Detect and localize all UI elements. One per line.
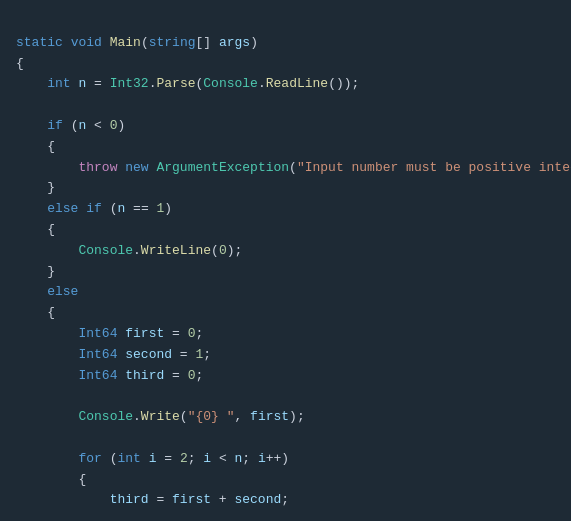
keyword-else-1: else bbox=[47, 201, 78, 216]
method-parse: Parse bbox=[156, 76, 195, 91]
var-second: second bbox=[125, 347, 172, 362]
keyword-new-1: new bbox=[125, 160, 148, 175]
method-write-1: Write bbox=[141, 409, 180, 424]
type-int32: Int32 bbox=[110, 76, 149, 91]
code-container: static void Main(string[] args) { int n … bbox=[16, 12, 555, 521]
num-2: 2 bbox=[180, 451, 188, 466]
var-i-3: i bbox=[258, 451, 266, 466]
var-first: first bbox=[125, 326, 164, 341]
keyword-static: static bbox=[16, 35, 63, 50]
str-error-msg: "Input number must be positive integer!" bbox=[297, 160, 571, 175]
var-first-3: first bbox=[172, 492, 211, 507]
keyword-int: int bbox=[47, 76, 70, 91]
keyword-int64-1: Int64 bbox=[78, 326, 117, 341]
var-third: third bbox=[125, 368, 164, 383]
keyword-int64-3: Int64 bbox=[78, 368, 117, 383]
method-main: Main bbox=[110, 35, 141, 50]
keyword-string: string bbox=[149, 35, 196, 50]
var-third-2: third bbox=[110, 492, 149, 507]
num-0-2: 0 bbox=[219, 243, 227, 258]
keyword-for: for bbox=[78, 451, 101, 466]
param-args: args bbox=[219, 35, 250, 50]
keyword-if-2: if bbox=[86, 201, 102, 216]
type-console-3: Console bbox=[78, 409, 133, 424]
var-i-2: i bbox=[203, 451, 211, 466]
var-first-2: first bbox=[250, 409, 289, 424]
type-console-1: Console bbox=[203, 76, 258, 91]
type-console-2: Console bbox=[78, 243, 133, 258]
keyword-if-1: if bbox=[47, 118, 63, 133]
var-second-2: second bbox=[234, 492, 281, 507]
keyword-else-2: else bbox=[47, 284, 78, 299]
keyword-throw: throw bbox=[78, 160, 117, 175]
type-argumentexception: ArgumentException bbox=[156, 160, 289, 175]
keyword-int64-2: Int64 bbox=[78, 347, 117, 362]
method-writeline-1: WriteLine bbox=[141, 243, 211, 258]
keyword-int-2: int bbox=[117, 451, 140, 466]
method-readline-1: ReadLine bbox=[266, 76, 328, 91]
str-format-1: "{0} " bbox=[188, 409, 235, 424]
keyword-void: void bbox=[71, 35, 102, 50]
